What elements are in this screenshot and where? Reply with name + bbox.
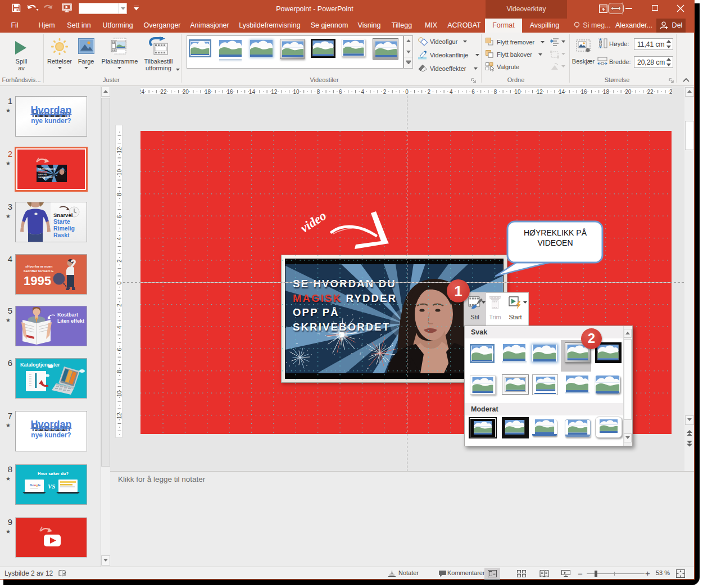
svg-text:6: 6 bbox=[116, 215, 123, 218]
svg-text:2: 2 bbox=[428, 89, 431, 95]
svg-text:0: 0 bbox=[405, 89, 409, 95]
svg-text:18: 18 bbox=[603, 89, 610, 95]
svg-text:Starte: Starte bbox=[53, 218, 70, 225]
svg-text:Kostbart: Kostbart bbox=[57, 312, 78, 318]
svg-text:14: 14 bbox=[559, 89, 565, 95]
svg-text:Raskt: Raskt bbox=[53, 232, 70, 238]
svg-text:8: 8 bbox=[116, 370, 123, 373]
svg-text:«Hvorfor er noen: «Hvorfor er noen bbox=[25, 265, 53, 268]
svg-text:22: 22 bbox=[160, 89, 167, 95]
svg-text:Katalogtjenester: Katalogtjenester bbox=[20, 362, 60, 368]
svg-text:Rimelig: Rimelig bbox=[53, 225, 75, 232]
svg-text:8: 8 bbox=[116, 193, 123, 196]
svg-text:Hvor søker du?: Hvor søker du? bbox=[38, 471, 69, 476]
svg-text:8: 8 bbox=[317, 89, 320, 95]
svg-text:10: 10 bbox=[514, 89, 521, 95]
svg-text:SKRIVEBORD: SKRIVEBORD bbox=[38, 176, 53, 179]
svg-text:24: 24 bbox=[669, 89, 672, 95]
svg-text:6: 6 bbox=[339, 89, 342, 95]
svg-text:1995: 1995 bbox=[24, 274, 51, 288]
svg-text:20: 20 bbox=[625, 89, 632, 95]
svg-text:22: 22 bbox=[647, 89, 654, 95]
svg-text:10: 10 bbox=[116, 390, 123, 397]
svg-text:Google: Google bbox=[30, 483, 40, 487]
svg-text:4: 4 bbox=[116, 237, 123, 241]
svg-text:VS: VS bbox=[48, 483, 55, 490]
svg-text:14: 14 bbox=[249, 89, 256, 95]
svg-text:18: 18 bbox=[205, 89, 211, 95]
svg-text:12: 12 bbox=[537, 89, 543, 95]
svg-text:2: 2 bbox=[116, 259, 123, 263]
svg-text:20: 20 bbox=[183, 89, 189, 95]
svg-text:12: 12 bbox=[116, 147, 123, 153]
svg-text:10: 10 bbox=[293, 89, 300, 95]
svg-text:6: 6 bbox=[116, 347, 123, 351]
svg-text:2: 2 bbox=[383, 89, 387, 95]
svg-text:0: 0 bbox=[116, 281, 123, 284]
svg-text:6: 6 bbox=[471, 89, 475, 95]
svg-text:12: 12 bbox=[116, 413, 123, 419]
svg-text:Liten effekt: Liten effekt bbox=[57, 318, 84, 324]
svg-text:bedrifter fortsatt i»: bedrifter fortsatt i» bbox=[24, 269, 54, 273]
svg-text:16: 16 bbox=[226, 89, 233, 95]
svg-text:Snarvei: Snarvei bbox=[53, 212, 72, 218]
svg-text:16: 16 bbox=[580, 89, 587, 95]
svg-text:2: 2 bbox=[116, 304, 123, 307]
svg-text:4: 4 bbox=[116, 325, 123, 329]
svg-text:10: 10 bbox=[116, 169, 123, 176]
svg-text:24: 24 bbox=[140, 89, 144, 95]
svg-text:4: 4 bbox=[450, 89, 453, 95]
svg-text:4: 4 bbox=[361, 89, 364, 95]
svg-text:8: 8 bbox=[494, 89, 497, 95]
svg-text:12: 12 bbox=[271, 89, 278, 95]
